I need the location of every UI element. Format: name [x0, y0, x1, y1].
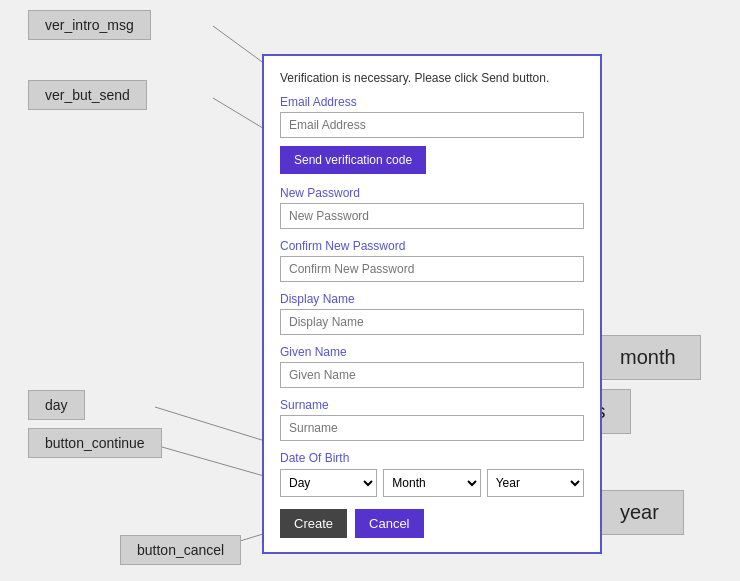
send-verification-button[interactable]: Send verification code [280, 146, 426, 174]
new-password-label: New Password [280, 186, 584, 200]
create-button[interactable]: Create [280, 509, 347, 538]
dob-row: Day Month Year [280, 469, 584, 497]
surname-input[interactable] [280, 415, 584, 441]
dob-month-select[interactable]: Month [383, 469, 480, 497]
svg-line-6 [155, 445, 278, 480]
new-password-input[interactable] [280, 203, 584, 229]
given-name-label: Given Name [280, 345, 584, 359]
surname-label: Surname [280, 398, 584, 412]
confirm-password-label: Confirm New Password [280, 239, 584, 253]
email-input[interactable] [280, 112, 584, 138]
dob-day-select[interactable]: Day [280, 469, 377, 497]
ver-intro-msg-label: ver_intro_msg [28, 10, 151, 40]
button-continue-label: button_continue [28, 428, 162, 458]
svg-line-2 [155, 407, 278, 445]
month-label: month [595, 335, 701, 380]
intro-message: Verification is necessary. Please click … [280, 70, 584, 87]
given-name-input[interactable] [280, 362, 584, 388]
button-cancel-label: button_cancel [120, 535, 241, 565]
year-label: year [595, 490, 684, 535]
confirm-password-input[interactable] [280, 256, 584, 282]
display-name-input[interactable] [280, 309, 584, 335]
registration-form: Verification is necessary. Please click … [262, 54, 602, 554]
email-label: Email Address [280, 95, 584, 109]
dob-label: Date Of Birth [280, 451, 584, 465]
action-row: Create Cancel [280, 509, 584, 538]
display-name-label: Display Name [280, 292, 584, 306]
cancel-button[interactable]: Cancel [355, 509, 423, 538]
dob-year-select[interactable]: Year [487, 469, 584, 497]
ver-but-send-label: ver_but_send [28, 80, 147, 110]
day-label: day [28, 390, 85, 420]
